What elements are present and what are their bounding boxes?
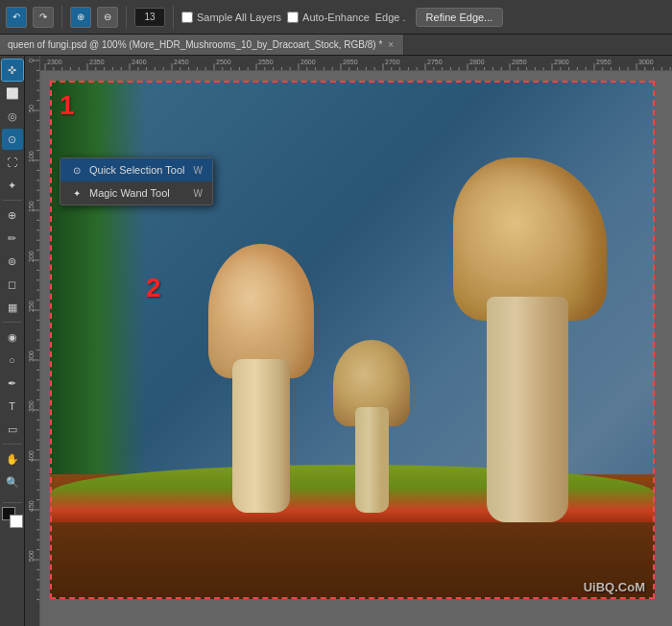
zoom-tool-btn[interactable]: 🔍 bbox=[2, 471, 23, 493]
mushroom-small-center bbox=[328, 340, 415, 513]
healing-tool-btn[interactable]: ⊕ bbox=[2, 205, 23, 226]
clone-tool-btn[interactable]: ⊚ bbox=[2, 251, 23, 272]
main-area: ✜ ⬜ ◎ ⊙ ⛶ ✦ ⊕ ✏ ⊚ ◻ ▦ ◉ ○ ✒ T ▭ ✋ 🔍 bbox=[0, 56, 672, 626]
quick-select-icon: ⊙ bbox=[70, 163, 84, 177]
pen-tool-btn[interactable]: ✒ bbox=[2, 373, 23, 394]
tools-divider-4 bbox=[3, 502, 22, 503]
context-menu-quick-select[interactable]: ⊙ Quick Selection Tool W bbox=[60, 158, 212, 181]
magic-wand-shortcut: W bbox=[194, 188, 203, 199]
sample-all-layers-checkbox[interactable] bbox=[181, 12, 193, 23]
move-tool-btn[interactable]: ✜ bbox=[2, 60, 23, 81]
brush-size-box: 13 bbox=[134, 8, 165, 27]
divider-2 bbox=[126, 6, 127, 29]
mushroom-stem-large-right bbox=[487, 297, 568, 522]
tools-divider-2 bbox=[3, 322, 22, 323]
tab-filename: queen of fungi.psd @ 100% (More_HDR_Mush… bbox=[8, 39, 382, 50]
auto-enhance-label[interactable]: Auto-Enhance bbox=[287, 12, 370, 23]
gradient-tool-btn[interactable]: ▦ bbox=[2, 297, 23, 318]
text-tool-btn[interactable]: T bbox=[2, 396, 23, 417]
dodge-tool-btn[interactable]: ○ bbox=[2, 349, 23, 371]
tools-divider-1 bbox=[3, 200, 22, 201]
mushroom-cap-large-left bbox=[208, 244, 314, 378]
brush-tool-btn[interactable]: ✏ bbox=[2, 228, 23, 249]
top-toolbar: ↶ ↷ ⊕ ⊖ 13 Sample All Layers Auto-Enhanc… bbox=[0, 0, 672, 35]
marquee-tool-btn[interactable]: ⬜ bbox=[2, 83, 23, 104]
refine-edge-button[interactable]: Refine Edge... bbox=[416, 8, 504, 27]
annotation-label-2: 2 bbox=[146, 273, 161, 303]
brush-tool-icon[interactable]: ⊕ bbox=[70, 7, 91, 28]
mushroom-large-right bbox=[453, 157, 607, 522]
sample-all-layers-label[interactable]: Sample All Layers bbox=[181, 12, 281, 23]
hand-tool-btn[interactable]: ✋ bbox=[2, 448, 23, 470]
mushroom-stem-large-left bbox=[232, 359, 290, 513]
document-tab[interactable]: queen of fungi.psd @ 100% (More_HDR_Mush… bbox=[0, 35, 404, 55]
ruler-top bbox=[40, 56, 672, 71]
divider-1 bbox=[61, 6, 62, 29]
watermark-text: UiBQ.CoM bbox=[584, 580, 645, 594]
quick-select-label: Quick Selection Tool bbox=[89, 164, 184, 176]
ruler-left bbox=[25, 56, 40, 626]
color-swatches[interactable] bbox=[2, 507, 23, 528]
annotation-label-1: 1 bbox=[60, 90, 75, 121]
shape-tool-btn[interactable]: ▭ bbox=[2, 419, 23, 440]
tool-context-menu: ⊙ Quick Selection Tool W ✦ Magic Wand To… bbox=[60, 157, 213, 205]
lasso-tool-btn[interactable]: ◎ bbox=[2, 106, 23, 127]
divider-3 bbox=[173, 6, 174, 29]
canvas-content: 1 2 UiBQ.CoM ⊙ Quick Selection Tool W ✦ … bbox=[40, 71, 672, 626]
tab-bar: queen of fungi.psd @ 100% (More_HDR_Mush… bbox=[0, 35, 672, 56]
tab-close-button[interactable]: × bbox=[386, 39, 396, 50]
edge-label: Edge . bbox=[375, 12, 406, 23]
quick-select-tool-btn[interactable]: ⊙ bbox=[2, 129, 23, 150]
eraser-tool-btn[interactable]: ◻ bbox=[2, 274, 23, 295]
minus-brush-icon[interactable]: ⊖ bbox=[97, 7, 118, 28]
blur-tool-btn[interactable]: ◉ bbox=[2, 326, 23, 348]
crop-tool-btn[interactable]: ⛶ bbox=[2, 152, 23, 173]
canvas-area: 1 2 UiBQ.CoM ⊙ Quick Selection Tool W ✦ … bbox=[25, 56, 672, 626]
tools-divider-3 bbox=[3, 444, 22, 445]
eyedropper-tool-btn[interactable]: ✦ bbox=[2, 175, 23, 196]
undo-tool-icon[interactable]: ↶ bbox=[6, 7, 27, 28]
context-menu-magic-wand[interactable]: ✦ Magic Wand Tool W bbox=[60, 181, 212, 205]
quick-select-shortcut: W bbox=[194, 165, 203, 176]
auto-enhance-checkbox[interactable] bbox=[287, 12, 299, 23]
magic-wand-label: Magic Wand Tool bbox=[89, 187, 170, 199]
left-tools-panel: ✜ ⬜ ◎ ⊙ ⛶ ✦ ⊕ ✏ ⊚ ◻ ▦ ◉ ○ ✒ T ▭ ✋ 🔍 bbox=[0, 56, 25, 626]
redo-tool-icon[interactable]: ↷ bbox=[33, 7, 54, 28]
magic-wand-icon: ✦ bbox=[70, 186, 84, 200]
mushroom-stem-small bbox=[355, 407, 389, 513]
mushroom-large-left bbox=[199, 244, 324, 513]
